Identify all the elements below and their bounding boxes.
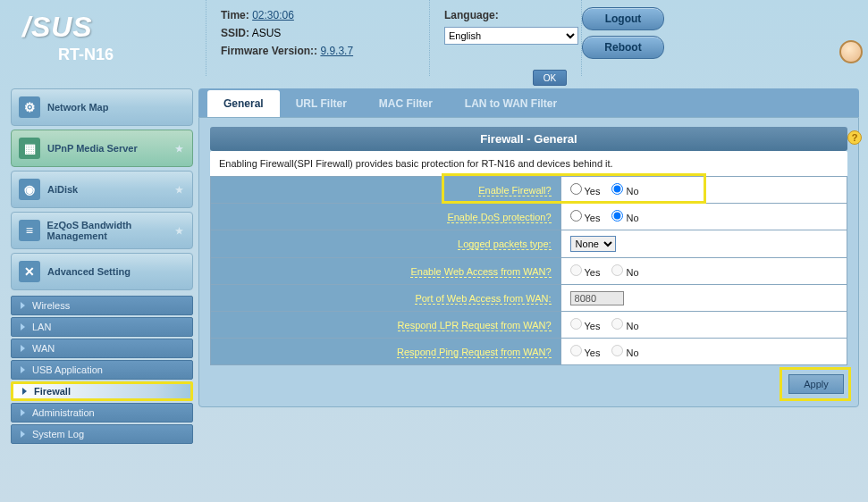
chevron-right-icon <box>21 302 25 309</box>
port-wan-input[interactable] <box>570 291 624 305</box>
chevron-right-icon <box>21 431 25 438</box>
logout-button[interactable]: Logout <box>582 7 664 30</box>
tab-general[interactable]: General <box>207 90 280 117</box>
star-icon: ★ <box>175 226 183 236</box>
help-icon[interactable]: ? <box>847 130 862 145</box>
sub-firewall[interactable]: Firewall <box>11 381 193 401</box>
sub-label: Administration <box>32 407 95 418</box>
label-ping: Respond Ping Request from WAN? <box>397 347 552 358</box>
sub-label: Wireless <box>32 300 70 311</box>
chevron-right-icon <box>21 409 25 416</box>
time-value[interactable]: 02:30:06 <box>252 9 294 21</box>
web-wan-no[interactable] <box>611 264 623 276</box>
sidebar-sublist: Wireless LAN WAN USB Application Firewal… <box>11 296 193 444</box>
lang-label: Language: <box>444 9 499 21</box>
language-select[interactable]: English <box>444 27 578 45</box>
tab-mac-filter[interactable]: MAC Filter <box>363 90 449 117</box>
chevron-right-icon <box>21 366 25 373</box>
apply-button[interactable]: Apply <box>788 374 844 394</box>
val-enable-firewall: Yes No <box>560 177 847 204</box>
brand-logo: /SUS <box>22 11 206 44</box>
tools-icon: ✕ <box>19 261 40 282</box>
sidebar-item-label: AiDisk <box>47 184 78 195</box>
label-enable-firewall: Enable Firewall? <box>478 185 551 197</box>
sidebar-item-aidisk[interactable]: ◉AiDisk★ <box>11 171 193 208</box>
model-name: RT-N16 <box>58 46 206 64</box>
fw-label: Firmware Version:: <box>221 45 317 57</box>
ssid-label: SSID: <box>221 27 249 39</box>
header: /SUS RT-N16 Time: 02:30:06 SSID: ASUS Fi… <box>0 0 868 85</box>
qos-icon: ≡ <box>19 220 40 241</box>
lpr-no[interactable] <box>611 318 623 330</box>
network-icon: ⚙ <box>19 96 40 118</box>
tab-bar: General URL Filter MAC Filter LAN to WAN… <box>198 88 859 117</box>
sidebar-item-network-map[interactable]: ⚙Network Map <box>11 88 193 126</box>
sidebar-item-label: Advanced Setting <box>47 266 131 277</box>
lpr-yes[interactable] <box>570 318 582 330</box>
sub-admin[interactable]: Administration <box>11 403 193 423</box>
apply-wrap: Apply <box>210 365 847 394</box>
settings-table: Enable Firewall? Yes No Enable DoS prote… <box>210 176 847 365</box>
panel-desc: Enabling Firewall(SPI Firewall) provides… <box>210 151 847 176</box>
ping-yes[interactable] <box>570 345 582 356</box>
sidebar-item-advanced[interactable]: ✕Advanced Setting <box>11 253 193 290</box>
web-wan-yes[interactable] <box>570 264 582 276</box>
fw-value[interactable]: 9.9.3.7 <box>320 45 353 57</box>
sidebar-item-label: EzQoS Bandwidth Management <box>47 220 192 241</box>
sidebar-item-upnp[interactable]: ▦UPnP Media Server★ <box>11 130 193 167</box>
enable-dos-no[interactable] <box>611 210 623 222</box>
content: General URL Filter MAC Filter LAN to WAN… <box>193 85 868 446</box>
reboot-button[interactable]: Reboot <box>582 36 664 59</box>
enable-firewall-no[interactable] <box>611 183 623 195</box>
sub-label: WAN <box>32 343 55 354</box>
ping-no[interactable] <box>611 345 623 356</box>
enable-dos-yes[interactable] <box>570 210 582 222</box>
time-label: Time: <box>221 9 249 21</box>
label-logged-type: Logged packets type: <box>458 238 552 250</box>
sidebar-item-label: Network Map <box>47 102 108 113</box>
label-enable-dos: Enable DoS protection? <box>447 212 551 223</box>
language-ok-button[interactable]: OK <box>533 70 567 86</box>
star-icon: ★ <box>175 185 183 195</box>
sidebar: ⚙Network Map ▦UPnP Media Server★ ◉AiDisk… <box>0 85 193 446</box>
avatar-icon <box>839 40 863 63</box>
panel-title: Firewall - General <box>210 127 847 151</box>
sub-lan[interactable]: LAN <box>11 317 193 337</box>
enable-firewall-yes[interactable] <box>570 183 582 195</box>
ssid-value: ASUS <box>252 27 282 39</box>
sub-label: Firewall <box>34 386 71 397</box>
sub-wan[interactable]: WAN <box>11 339 193 358</box>
star-icon: ★ <box>175 144 183 154</box>
sub-label: USB Application <box>32 364 103 375</box>
info-cell-status: Time: 02:30:06 SSID: ASUS Firmware Versi… <box>206 0 429 76</box>
panel: ? Firewall - General Enabling Firewall(S… <box>198 117 859 407</box>
sub-label: LAN <box>32 322 51 332</box>
chevron-right-icon <box>21 345 25 352</box>
disk-icon: ◉ <box>19 179 40 200</box>
logo-area: /SUS RT-N16 <box>0 0 206 85</box>
media-icon: ▦ <box>19 138 40 159</box>
sub-label: System Log <box>32 429 84 439</box>
label-web-wan: Enable Web Access from WAN? <box>410 266 551 278</box>
sub-wireless[interactable]: Wireless <box>11 296 193 315</box>
info-cell-lang: Language: English OK <box>429 0 581 76</box>
tab-lan-wan-filter[interactable]: LAN to WAN Filter <box>449 90 573 117</box>
sidebar-item-label: UPnP Media Server <box>47 143 138 154</box>
chevron-right-icon <box>22 388 27 395</box>
sidebar-item-ezqos[interactable]: ≡EzQoS Bandwidth Management★ <box>11 212 193 249</box>
sub-usb[interactable]: USB Application <box>11 360 193 380</box>
logged-type-select[interactable]: None <box>570 236 616 252</box>
chevron-right-icon <box>21 323 25 330</box>
label-lpr: Respond LPR Request from WAN? <box>398 320 552 331</box>
main: ⚙Network Map ▦UPnP Media Server★ ◉AiDisk… <box>0 85 868 446</box>
sub-syslog[interactable]: System Log <box>11 424 193 444</box>
label-port-wan: Port of Web Access from WAN: <box>415 293 551 305</box>
header-buttons: Logout Reboot <box>581 0 679 76</box>
tab-url-filter[interactable]: URL Filter <box>280 90 363 117</box>
